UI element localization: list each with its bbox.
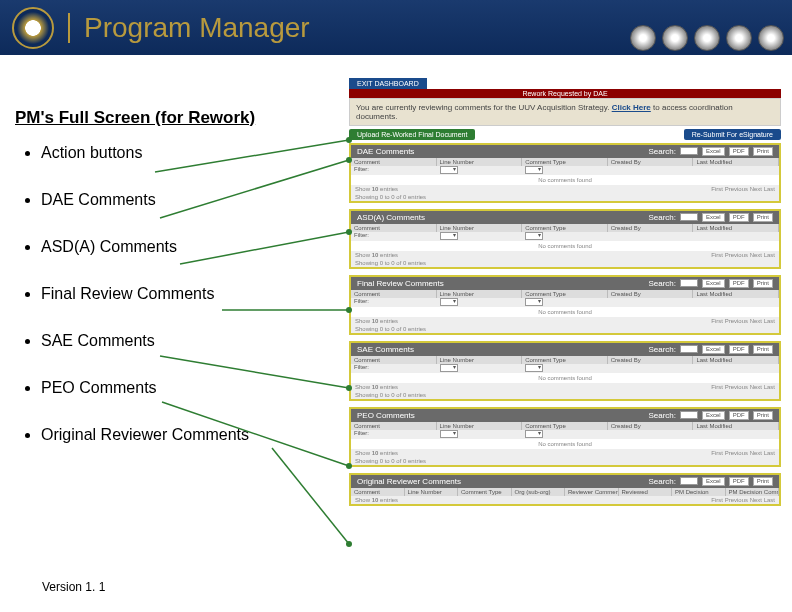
resubmit-button[interactable]: Re-Submit For eSignature (684, 129, 781, 140)
col-lastmod[interactable]: Last Modified (693, 290, 779, 298)
slide-header: Program Manager (0, 0, 792, 55)
col-lastmod[interactable]: Last Modified (693, 158, 779, 166)
col-line[interactable]: Line Number (437, 290, 523, 298)
show-post: entries (380, 186, 398, 192)
col-pmdec[interactable]: PM Decision (672, 488, 726, 496)
search-input[interactable] (680, 147, 698, 155)
airforce-seal-icon (726, 25, 752, 51)
pager-nav[interactable]: First Previous Next Last (711, 186, 775, 192)
filter-label: Filter: (354, 166, 369, 172)
search-label: Search: (648, 279, 676, 288)
col-createdby[interactable]: Created By (608, 224, 694, 232)
upload-reworked-button[interactable]: Upload Re-Worked Final Document (349, 129, 475, 140)
panel-title: Original Reviewer Comments (357, 477, 461, 486)
print-button[interactable]: Print (753, 411, 773, 420)
col-type[interactable]: Comment Type (522, 356, 608, 364)
filter-select[interactable] (440, 232, 458, 240)
show-n: 10 (372, 384, 379, 390)
col-line[interactable]: Line Number (405, 488, 459, 496)
col-line[interactable]: Line Number (437, 158, 523, 166)
filter-select[interactable] (525, 232, 543, 240)
notice-bar: You are currently reviewing comments for… (349, 98, 781, 126)
filter-select[interactable] (440, 364, 458, 372)
col-type[interactable]: Comment Type (522, 158, 608, 166)
col-type[interactable]: Comment Type (458, 488, 512, 496)
col-createdby[interactable]: Created By (608, 356, 694, 364)
col-line[interactable]: Line Number (437, 422, 523, 430)
col-comment[interactable]: Comment (351, 158, 437, 166)
col-type[interactable]: Comment Type (522, 224, 608, 232)
search-input[interactable] (680, 411, 698, 419)
col-line[interactable]: Line Number (437, 224, 523, 232)
col-type[interactable]: Comment Type (522, 290, 608, 298)
search-input[interactable] (680, 279, 698, 287)
filter-select[interactable] (525, 166, 543, 174)
filter-select[interactable] (440, 166, 458, 174)
pager-nav[interactable]: First Previous Next Last (711, 252, 775, 258)
col-type[interactable]: Comment Type (522, 422, 608, 430)
print-button[interactable]: Print (753, 345, 773, 354)
excel-button[interactable]: Excel (702, 147, 725, 156)
print-button[interactable]: Print (753, 147, 773, 156)
bullet-sae: SAE Comments (41, 332, 345, 350)
pdf-button[interactable]: PDF (729, 411, 749, 420)
search-label: Search: (648, 411, 676, 420)
army-seal-icon (630, 25, 656, 51)
no-data: No comments found (351, 307, 779, 317)
pdf-button[interactable]: PDF (729, 279, 749, 288)
print-button[interactable]: Print (753, 279, 773, 288)
col-pmdec-comment[interactable]: PM Decision Comment (726, 488, 780, 496)
bullet-list: Action buttons DAE Comments ASD(A) Comme… (15, 144, 345, 444)
filter-select[interactable] (525, 430, 543, 438)
panel-title: Final Review Comments (357, 279, 444, 288)
col-line[interactable]: Line Number (437, 356, 523, 364)
col-lastmod[interactable]: Last Modified (693, 422, 779, 430)
col-reviewed[interactable]: Reviewed (619, 488, 673, 496)
filter-label: Filter: (354, 364, 369, 370)
show-post: entries (380, 384, 398, 390)
search-input[interactable] (680, 477, 698, 485)
col-org[interactable]: Org (sub-org) (512, 488, 566, 496)
col-lastmod[interactable]: Last Modified (693, 356, 779, 364)
show-n: 10 (372, 497, 379, 503)
app-screenshot: EXIT DASHBOARD Rework Requested by DAE Y… (349, 78, 781, 512)
panel-original: Original Reviewer Comments Search:ExcelP… (349, 473, 781, 506)
pdf-button[interactable]: PDF (729, 345, 749, 354)
col-comment[interactable]: Comment (351, 290, 437, 298)
excel-button[interactable]: Excel (702, 411, 725, 420)
excel-button[interactable]: Excel (702, 213, 725, 222)
col-revcomment[interactable]: Reviewer Comment (565, 488, 619, 496)
excel-button[interactable]: Excel (702, 279, 725, 288)
pager-nav[interactable]: First Previous Next Last (711, 497, 775, 503)
col-createdby[interactable]: Created By (608, 158, 694, 166)
filter-select[interactable] (525, 364, 543, 372)
col-comment[interactable]: Comment (351, 488, 405, 496)
search-input[interactable] (680, 345, 698, 353)
panel-title: PEO Comments (357, 411, 415, 420)
print-button[interactable]: Print (753, 477, 773, 486)
pdf-button[interactable]: PDF (729, 147, 749, 156)
bullet-dae: DAE Comments (41, 191, 345, 209)
show-pre: Show (355, 318, 370, 324)
col-comment[interactable]: Comment (351, 356, 437, 364)
filter-select[interactable] (440, 430, 458, 438)
pager-nav[interactable]: First Previous Next Last (711, 318, 775, 324)
col-createdby[interactable]: Created By (608, 290, 694, 298)
col-createdby[interactable]: Created By (608, 422, 694, 430)
pdf-button[interactable]: PDF (729, 213, 749, 222)
branch-seals (630, 25, 784, 51)
excel-button[interactable]: Excel (702, 477, 725, 486)
exit-dashboard-tab[interactable]: EXIT DASHBOARD (349, 78, 427, 89)
pager-nav[interactable]: First Previous Next Last (711, 450, 775, 456)
print-button[interactable]: Print (753, 213, 773, 222)
pdf-button[interactable]: PDF (729, 477, 749, 486)
col-comment[interactable]: Comment (351, 422, 437, 430)
pager-nav[interactable]: First Previous Next Last (711, 384, 775, 390)
col-lastmod[interactable]: Last Modified (693, 224, 779, 232)
search-input[interactable] (680, 213, 698, 221)
col-comment[interactable]: Comment (351, 224, 437, 232)
filter-select[interactable] (525, 298, 543, 306)
click-here-link[interactable]: Click Here (612, 103, 651, 112)
filter-select[interactable] (440, 298, 458, 306)
excel-button[interactable]: Excel (702, 345, 725, 354)
